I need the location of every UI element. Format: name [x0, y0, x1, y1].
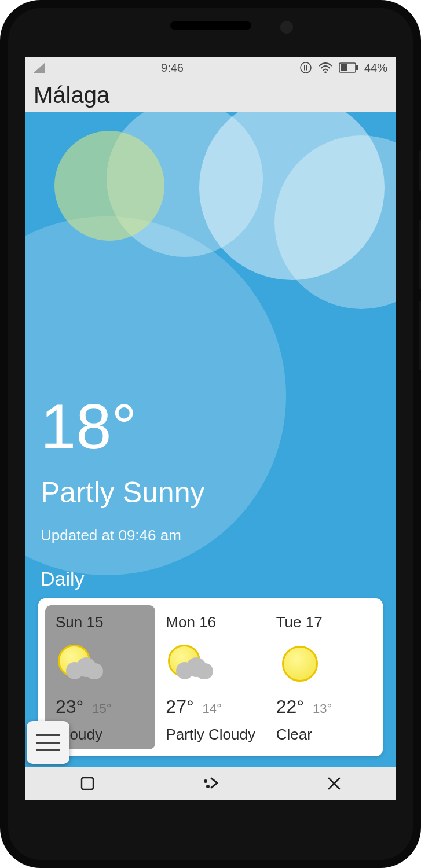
pause-icon: [299, 61, 312, 74]
phone-camera: [280, 21, 293, 34]
phone-frame: 9:46 44% Málaga: [0, 0, 421, 868]
forecast-temps: 23° 15°: [56, 696, 149, 718]
svg-rect-7: [356, 65, 358, 70]
daily-forecast-card: Sun 15 23° 15° Cloudy Mon 16: [38, 598, 383, 756]
daily-section-label: Daily: [41, 568, 204, 590]
wifi-icon: [318, 62, 333, 73]
forecast-condition: Partly Cloudy: [166, 726, 259, 744]
forecast-low: 15°: [92, 701, 111, 716]
phone-side-button: [419, 220, 421, 289]
clear-icon: [276, 639, 370, 686]
status-bar: 9:46 44%: [25, 57, 396, 79]
battery-icon: [339, 62, 358, 73]
forecast-condition: Clear: [276, 726, 370, 744]
forecast-high: 22°: [276, 696, 304, 717]
svg-rect-8: [82, 778, 93, 789]
svg-point-1: [301, 62, 311, 73]
nav-close-button[interactable]: [323, 772, 346, 795]
phone-speaker: [170, 21, 251, 30]
svg-rect-3: [306, 65, 307, 71]
home-dots-icon: [201, 776, 221, 791]
svg-rect-6: [341, 64, 347, 71]
square-icon: [80, 776, 95, 791]
svg-marker-0: [34, 62, 45, 73]
forecast-condition: Cloudy: [56, 726, 149, 744]
current-condition: Partly Sunny: [41, 476, 204, 509]
nav-home-button[interactable]: [199, 772, 222, 795]
battery-percent: 44%: [364, 61, 387, 75]
forecast-day-label: Sun 15: [56, 613, 149, 631]
nav-overview-button[interactable]: [76, 772, 99, 795]
svg-point-10: [206, 785, 210, 788]
svg-rect-2: [304, 65, 305, 71]
close-icon: [327, 777, 341, 790]
screen: 9:46 44% Málaga: [25, 57, 396, 800]
phone-side-button: [419, 150, 421, 191]
forecast-day[interactable]: Mon 16 27° 14° Partly Cloudy: [155, 605, 265, 749]
svg-point-4: [324, 71, 327, 73]
partly-cloudy-icon: [166, 639, 259, 686]
sun-bubble: [54, 131, 164, 241]
current-temperature: 18°: [41, 395, 204, 458]
title-bar: Málaga: [25, 79, 396, 112]
current-weather-panel: 18° Partly Sunny Updated at 09:46 am Dai…: [25, 112, 396, 767]
forecast-day-label: Tue 17: [276, 613, 370, 631]
forecast-low: 14°: [203, 701, 222, 716]
forecast-temps: 27° 14°: [166, 696, 259, 718]
partly-cloudy-icon: [56, 639, 149, 686]
status-time: 9:46: [45, 61, 299, 75]
forecast-temps: 22° 13°: [276, 696, 370, 718]
updated-time: Updated at 09:46 am: [41, 527, 204, 545]
forecast-low: 13°: [313, 701, 332, 716]
forecast-day[interactable]: Tue 17 22° 13° Clear: [266, 605, 376, 749]
system-nav-bar: [25, 767, 396, 800]
forecast-high: 23°: [56, 696, 83, 717]
menu-button[interactable]: [27, 721, 69, 764]
signal-icon: [34, 62, 45, 73]
hamburger-icon: [36, 742, 60, 744]
location-title: Málaga: [34, 82, 109, 108]
forecast-day-label: Mon 16: [166, 613, 259, 631]
forecast-high: 27°: [166, 696, 193, 717]
svg-point-9: [204, 779, 207, 783]
phone-side-button: [419, 301, 421, 370]
